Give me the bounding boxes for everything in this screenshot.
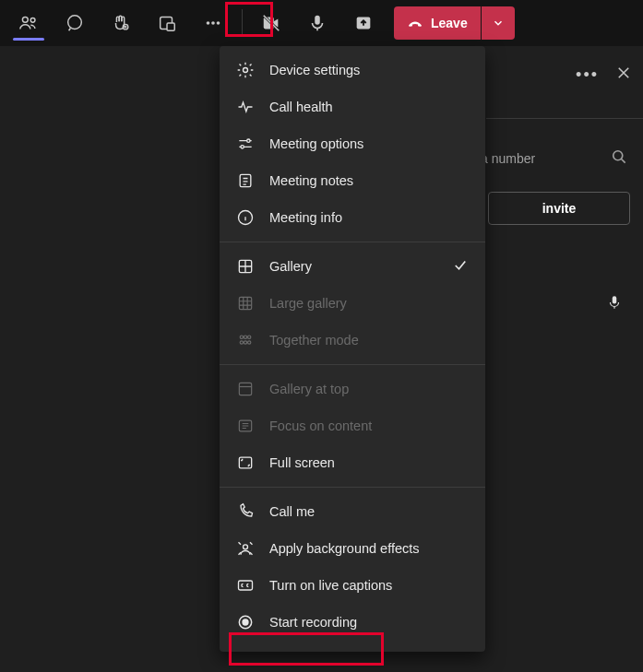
info-icon: [236, 208, 255, 227]
rooms-button[interactable]: [144, 0, 190, 46]
fullscreen-icon: [236, 454, 255, 472]
check-icon: [452, 257, 469, 277]
svg-point-16: [247, 139, 250, 142]
participant-search-row: a number: [481, 147, 628, 169]
camera-button[interactable]: [248, 0, 294, 46]
menu-item-label: Meeting notes: [269, 173, 353, 188]
search-button[interactable]: [610, 147, 628, 169]
menu-item-device-settings[interactable]: Device settings: [220, 52, 485, 88]
menu-item-label: Meeting options: [269, 136, 363, 151]
participant-mic-indicator: [606, 293, 623, 315]
menu-item-label: Gallery: [269, 259, 312, 274]
svg-point-17: [241, 146, 244, 148]
phone-icon: [236, 502, 255, 521]
svg-rect-11: [315, 16, 320, 25]
leave-dropdown-button[interactable]: [482, 6, 515, 40]
gallery-top-icon: [236, 380, 255, 398]
menu-item-start-recording[interactable]: Start recording: [220, 604, 485, 641]
svg-point-31: [244, 545, 248, 549]
grid-3x3-icon: [236, 294, 255, 312]
svg-point-13: [613, 151, 623, 160]
menu-item-label: Call me: [269, 504, 315, 519]
pulse-icon: [236, 98, 255, 116]
search-placeholder-text: a number: [481, 151, 535, 166]
more-actions-menu: Device settings Call health Meeting opti…: [220, 46, 485, 652]
sliders-icon: [236, 135, 255, 153]
menu-item-meeting-info[interactable]: Meeting info: [220, 199, 485, 236]
menu-item-large-gallery: Large gallery: [220, 285, 485, 322]
svg-rect-30: [239, 457, 251, 468]
svg-point-15: [244, 68, 248, 73]
record-icon: [236, 613, 255, 631]
leave-button-group: Leave: [394, 6, 515, 40]
menu-item-label: Apply background effects: [269, 541, 420, 556]
svg-point-27: [248, 341, 251, 344]
menu-item-turn-on-live-captions[interactable]: Turn on live captions: [220, 567, 485, 604]
close-icon: [615, 65, 632, 81]
svg-point-6: [207, 21, 210, 25]
leave-button[interactable]: Leave: [394, 6, 481, 40]
menu-item-label: Meeting info: [269, 210, 342, 225]
ellipsis-icon: [203, 13, 223, 33]
reactions-button[interactable]: [98, 0, 144, 46]
leave-label: Leave: [431, 16, 468, 30]
background-effects-icon: [236, 539, 255, 558]
toolbar-divider: [242, 9, 243, 37]
notes-icon: [236, 171, 255, 190]
menu-item-label: Turn on live captions: [269, 578, 392, 593]
menu-item-together-mode: Together mode: [220, 322, 485, 359]
menu-section-1: Device settings Call health Meeting opti…: [220, 46, 485, 242]
svg-rect-28: [239, 383, 251, 395]
svg-point-23: [244, 336, 246, 338]
menu-item-call-health[interactable]: Call health: [220, 88, 485, 125]
side-panel-header: •••: [484, 65, 632, 85]
menu-item-meeting-notes[interactable]: Meeting notes: [220, 162, 485, 199]
menu-item-label: Focus on content: [269, 419, 372, 433]
mic-icon: [307, 13, 327, 33]
svg-rect-14: [613, 296, 617, 303]
share-invite-button[interactable]: invite: [488, 192, 630, 225]
menu-item-label: Start recording: [269, 615, 357, 630]
menu-item-label: Together mode: [269, 333, 359, 348]
menu-item-call-me[interactable]: Call me: [220, 493, 485, 530]
svg-rect-5: [167, 23, 174, 30]
panel-close-button[interactable]: [615, 65, 632, 85]
together-icon: [236, 331, 255, 349]
chevron-down-icon: [492, 17, 505, 29]
meeting-toolbar: Leave: [0, 0, 643, 46]
menu-item-label: Gallery at top: [269, 382, 349, 396]
svg-point-22: [240, 336, 243, 338]
mic-icon: [606, 293, 623, 312]
menu-item-label: Full screen: [269, 455, 335, 470]
mic-button[interactable]: [294, 0, 340, 46]
svg-point-7: [211, 21, 215, 25]
participants-button[interactable]: [6, 0, 52, 46]
share-invite-label: invite: [542, 201, 577, 216]
share-button[interactable]: [340, 0, 387, 46]
svg-point-0: [22, 17, 28, 22]
menu-item-label: Call health: [269, 100, 333, 114]
focus-icon: [236, 417, 255, 435]
panel-more-button[interactable]: •••: [576, 65, 599, 85]
menu-item-full-screen[interactable]: Full screen: [220, 444, 485, 481]
menu-item-meeting-options[interactable]: Meeting options: [220, 125, 485, 162]
raise-hand-icon: [111, 13, 131, 33]
menu-section-2: Gallery Large gallery Together mode: [220, 242, 485, 364]
menu-item-gallery[interactable]: Gallery: [220, 248, 485, 285]
menu-item-label: Large gallery: [269, 296, 347, 311]
menu-item-apply-background-effects[interactable]: Apply background effects: [220, 530, 485, 567]
chat-button[interactable]: [52, 0, 98, 46]
menu-item-label: Device settings: [269, 63, 360, 77]
svg-point-1: [30, 18, 35, 22]
active-tab-underline: [13, 38, 44, 41]
menu-section-3: Gallery at top Focus on content Full scr…: [220, 365, 485, 487]
svg-point-34: [243, 619, 248, 625]
gear-icon: [236, 61, 255, 79]
grid-2x2-icon: [236, 257, 255, 276]
people-icon: [18, 13, 39, 33]
menu-item-gallery-at-top: Gallery at top: [220, 371, 485, 407]
svg-rect-21: [239, 297, 251, 309]
camera-off-icon: [261, 13, 281, 33]
more-actions-button[interactable]: [190, 0, 236, 46]
menu-section-4: Call me Apply background effects Turn on…: [220, 488, 485, 646]
